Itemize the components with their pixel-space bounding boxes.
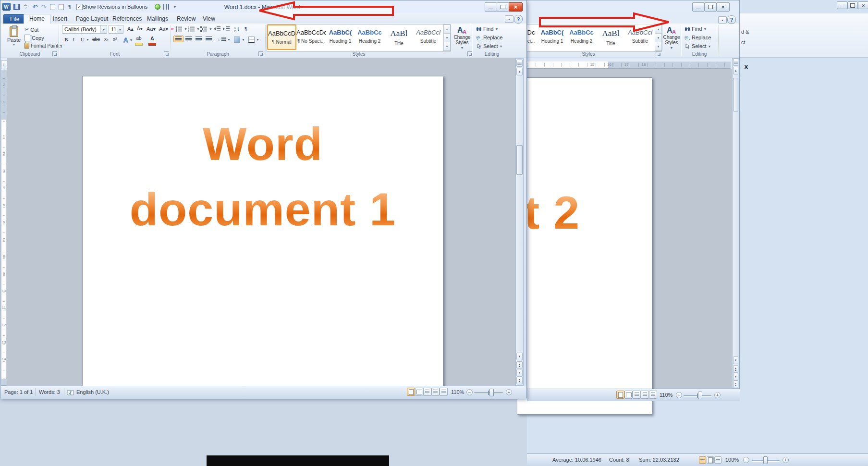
find-button[interactable]: Find▼ (474, 25, 500, 33)
tab-home[interactable]: Home (24, 14, 50, 25)
vertical-ruler[interactable]: 211234567891011121314 (1, 70, 7, 386)
select-button[interactable]: Select▼ (474, 42, 505, 50)
document1-text-line1[interactable]: Word (83, 121, 443, 167)
change-styles-button2[interactable]: AA Change Styles ▼ (663, 25, 680, 50)
style-cell-heading1[interactable]: AaBbC( Heading 1 (538, 25, 567, 50)
fullscreen-reading-button[interactable] (415, 388, 423, 396)
style-cell-heading2[interactable]: AaBbCc Heading 2 (355, 25, 384, 50)
document2-text[interactable]: t 2 (524, 189, 580, 236)
style-cell-heading1[interactable]: AaBbC( Heading 1 (326, 25, 355, 50)
help-button2[interactable] (727, 15, 736, 24)
tab-references[interactable]: References (107, 14, 147, 24)
clipboard-dialog-launcher[interactable] (52, 51, 57, 56)
replace-button[interactable]: ab Replace (474, 34, 504, 41)
style-cell-fragment[interactable]: Dc ci... (526, 25, 536, 50)
styles-scroll-up[interactable]: ▲ (443, 25, 451, 34)
print-preview-button[interactable] (48, 3, 57, 11)
tab-review[interactable]: Review (171, 14, 201, 24)
window1-maximize-button[interactable] (497, 2, 509, 12)
increase-indent-button[interactable] (221, 25, 232, 33)
document-page[interactable]: Word document 1 (82, 76, 443, 394)
scrollbar-thumb[interactable] (516, 145, 523, 175)
font-family-combo[interactable]: Calibri (Body)▼ (62, 25, 107, 34)
line-spacing-button[interactable]: ▼ (216, 36, 232, 43)
redo-button[interactable] (39, 3, 48, 11)
window1-close-button[interactable] (509, 2, 523, 12)
shading-button[interactable]: ▼ (232, 36, 247, 44)
collapse-ribbon-button[interactable]: ▲ (505, 15, 513, 23)
cut-button[interactable]: Cut (23, 25, 40, 34)
undo-button[interactable] (31, 3, 39, 11)
excel-select-fragment[interactable]: ct (741, 39, 746, 45)
underline-button[interactable]: ▼ (79, 36, 91, 43)
pilcrow-button[interactable] (65, 3, 74, 11)
tab-mailings[interactable]: Mailings (142, 14, 173, 24)
scroll-down-button[interactable]: ▼ (516, 353, 523, 360)
show-revisions-label[interactable]: Show Revisions in Balloons (83, 4, 147, 10)
copy-button[interactable]: Copy (23, 34, 46, 42)
proofing-icon[interactable] (67, 390, 74, 396)
select-browse-object-button[interactable]: ● (733, 373, 738, 380)
tab-file[interactable]: File (3, 14, 26, 25)
excel-close-button[interactable] (858, 1, 868, 9)
excel-zoom-slider-thumb[interactable] (763, 456, 768, 464)
align-center-button[interactable] (183, 36, 194, 42)
align-right-button[interactable] (194, 36, 204, 42)
outline-view-button2[interactable] (641, 391, 649, 399)
superscript-button[interactable] (111, 36, 119, 43)
draft-view-button2[interactable] (649, 391, 657, 399)
styles-scroll-up[interactable]: ▲ (655, 25, 662, 34)
styles-dialog-launcher[interactable] (656, 51, 660, 56)
excel-find-select-fragment[interactable]: d & (741, 29, 749, 35)
outline-view-button[interactable] (431, 388, 440, 396)
vertical-scrollbar[interactable]: ▲ ▼ ▲ ▲ ● ▼ ▼ (515, 58, 524, 386)
print-layout-button2[interactable] (616, 391, 624, 399)
style-cell-title[interactable]: AaBl Title (384, 25, 414, 50)
style-cell-subtitle[interactable]: AaBbCcl Subtitle (625, 25, 655, 50)
style-cell-normal[interactable]: AaBbCcDc ¶ Normal (267, 25, 296, 50)
page-indicator[interactable]: Page: 1 of 1 (4, 389, 33, 395)
zoom-level[interactable]: 110% (451, 389, 464, 395)
find-button2[interactable]: Find▼ (683, 25, 709, 33)
scrollbar-thumb[interactable] (733, 78, 738, 111)
bold-button[interactable] (62, 36, 70, 43)
font-dialog-launcher[interactable] (164, 51, 169, 56)
excel-view-page-layout-button[interactable] (707, 456, 714, 464)
font-size-combo[interactable]: 11▼ (109, 25, 123, 34)
zoom-out-button2[interactable]: − (676, 392, 682, 398)
draft-view-button[interactable] (440, 388, 448, 396)
align-left-button[interactable] (173, 36, 183, 42)
zoom-in-button[interactable]: + (506, 389, 512, 395)
styles-more-button[interactable]: ▼ (443, 42, 451, 51)
print-layout-button[interactable] (407, 388, 415, 396)
styles-more-button[interactable]: ▼ (655, 42, 662, 51)
next-page-button[interactable]: ▼ ▼ (516, 377, 523, 384)
highlight-button[interactable]: ab (133, 35, 145, 47)
excel-minimize-button[interactable] (837, 1, 847, 9)
spelling-button[interactable] (22, 3, 30, 11)
justify-button[interactable] (204, 36, 214, 42)
subscript-button[interactable] (102, 36, 110, 43)
tab-view[interactable]: View (197, 14, 220, 24)
fullscreen-reading-button2[interactable] (624, 391, 633, 399)
excel-view-page-break-button[interactable] (714, 456, 721, 464)
strikethrough-button[interactable] (90, 36, 102, 43)
show-hide-marks-button[interactable] (243, 25, 249, 33)
window2-minimize-button[interactable] (692, 2, 705, 12)
word-count[interactable]: Words: 3 (39, 389, 60, 395)
paragraph-dialog-launcher[interactable] (258, 51, 263, 56)
vertical-scrollbar2[interactable]: ▲ ▼ ▲ ▲ ● ▼ ▼ (732, 58, 739, 389)
web-layout-button2[interactable] (633, 391, 641, 399)
shrink-font-button[interactable] (135, 25, 145, 32)
word-logo-icon[interactable] (2, 3, 11, 11)
language-indicator[interactable]: English (U.K.) (76, 389, 109, 395)
paste-button[interactable]: Paste ▼ (3, 25, 24, 47)
sort-button[interactable]: AZ (232, 25, 243, 33)
zoom-slider-thumb[interactable] (489, 389, 494, 396)
styles-scroll-down[interactable]: ▼ (655, 33, 662, 42)
next-page-button[interactable]: ▼ ▼ (733, 380, 738, 388)
style-cell-heading2[interactable]: AaBbCc Heading 2 (567, 25, 596, 50)
excel-zoom-in-button[interactable]: + (782, 457, 789, 463)
window1-minimize-button[interactable] (485, 2, 497, 12)
font-color-button[interactable]: A (147, 35, 158, 47)
